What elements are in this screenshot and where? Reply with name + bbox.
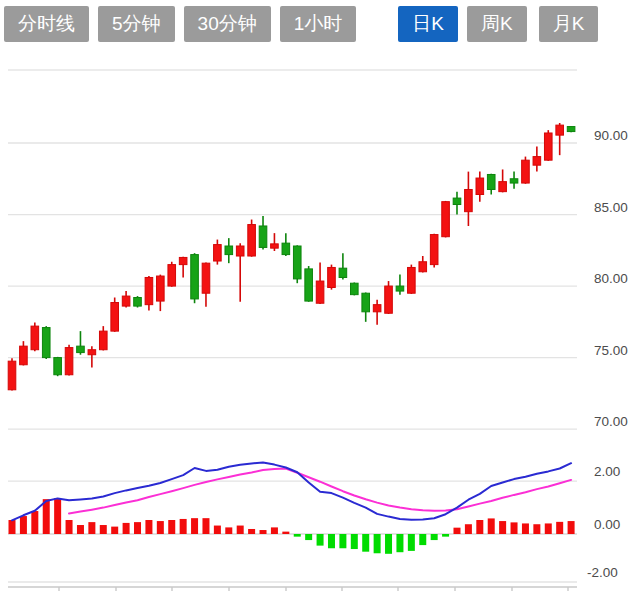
timeframe-toolbar: 分时线5分钟30分钟1小时日K周K月K — [4, 6, 607, 42]
candles — [8, 123, 575, 391]
price-axis-label: 75.00 — [594, 343, 628, 358]
tab-timeframe-7[interactable]: 月K — [539, 6, 599, 42]
macd-axis-label: 2.00 — [594, 464, 620, 479]
tab-timeframe-5[interactable]: 日K — [398, 6, 458, 42]
tab-timeframe-3[interactable]: 30分钟 — [184, 6, 271, 42]
macd-histogram — [9, 498, 575, 554]
price-axis-label: 85.00 — [594, 200, 628, 215]
macd-axis-label: -2.00 — [587, 565, 618, 580]
macd-axis-label: 0.00 — [594, 517, 620, 532]
price-axis-label: 80.00 — [594, 271, 628, 286]
tab-timeframe-6[interactable]: 周K — [467, 6, 527, 42]
price-gridlines: 90.0085.0080.0075.0070.00 — [8, 70, 628, 429]
tab-timeframe-1[interactable]: 分时线 — [4, 6, 89, 42]
kline-chart[interactable]: 90.0085.0080.0075.0070.002.000.00-2.00 — [0, 0, 636, 591]
tab-timeframe-2[interactable]: 5分钟 — [98, 6, 175, 42]
kline-widget: 分时线5分钟30分钟1小时日K周K月K 90.0085.0080.0075.00… — [0, 0, 636, 591]
price-axis-label: 70.00 — [594, 414, 628, 429]
tab-timeframe-4[interactable]: 1小时 — [280, 6, 357, 42]
price-axis-label: 90.00 — [594, 128, 628, 143]
